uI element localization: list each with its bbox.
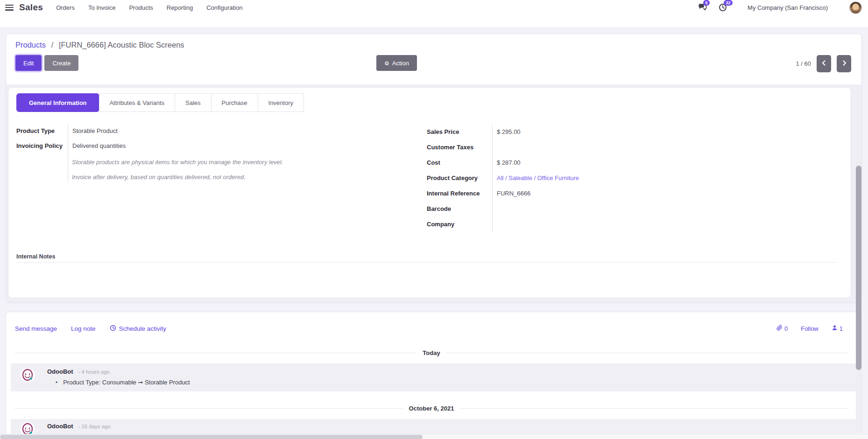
- tab-attributes-variants[interactable]: Attributes & Variants: [99, 93, 176, 112]
- field-company: Company: [427, 216, 651, 232]
- field-internal-reference: Internal Reference FURN_6666: [427, 186, 651, 201]
- internal-notes-label: Internal Notes: [16, 253, 836, 260]
- pager-next-button[interactable]: [837, 55, 851, 72]
- odoo-app: Sales Orders To Invoice Products Reporti…: [0, 0, 868, 439]
- chevron-left-icon: [821, 60, 827, 68]
- field-label: Barcode: [427, 205, 492, 212]
- user-avatar[interactable]: [849, 1, 862, 14]
- field-value[interactable]: $ 295.00: [492, 128, 521, 135]
- company-switcher[interactable]: My Company (San Francisco): [748, 4, 828, 11]
- field-label: Internal Reference: [427, 190, 492, 197]
- internal-notes-rule: [16, 262, 836, 263]
- field-value[interactable]: Storable Product: [68, 127, 118, 134]
- field-label: Customer Taxes: [427, 144, 492, 151]
- left-field-group: Product Type Storable Product Invoicing …: [16, 123, 343, 188]
- field-label: Cost: [427, 159, 492, 166]
- date-divider-label: Today: [423, 349, 440, 356]
- form-sheet: General Information Attributes & Variant…: [8, 87, 851, 298]
- attachments-button[interactable]: 0: [776, 325, 788, 332]
- message-timestamp: - 4 hours ago: [78, 369, 110, 375]
- menu-item-orders[interactable]: Orders: [56, 4, 75, 11]
- odoobot-avatar: [20, 368, 35, 383]
- tab-inventory[interactable]: Inventory: [258, 93, 304, 112]
- pager-count: 1 / 60: [796, 60, 811, 67]
- field-separator-line: [68, 124, 68, 183]
- menu-item-reporting[interactable]: Reporting: [167, 4, 193, 11]
- create-button[interactable]: Create: [44, 55, 78, 71]
- chatter: Send message Log note Schedule activity …: [6, 312, 862, 439]
- send-message-button[interactable]: Send message: [15, 325, 57, 332]
- menu-item-to-invoice[interactable]: To Invoice: [88, 4, 116, 11]
- vertical-scrollbar-thumb[interactable]: [856, 166, 861, 370]
- follow-button[interactable]: Follow: [801, 325, 819, 332]
- field-product-category: Product Category All / Saleable / Office…: [427, 170, 651, 186]
- message-header: OdooBot - 16 days ago: [47, 423, 111, 430]
- breadcrumb-current-record: [FURN_6666] Acoustic Bloc Screens: [59, 41, 184, 49]
- action-button[interactable]: Action: [376, 55, 417, 71]
- field-label: Invoicing Policy: [16, 142, 68, 149]
- field-value[interactable]: FURN_6666: [492, 190, 530, 197]
- field-sales-price: Sales Price $ 295.00: [427, 124, 651, 139]
- field-product-type: Product Type Storable Product: [16, 123, 343, 138]
- form-area: General Information Attributes & Variant…: [6, 84, 861, 302]
- product-category-link[interactable]: All / Saleable / Office Furniture: [492, 174, 579, 181]
- field-label: Product Category: [427, 174, 492, 181]
- vertical-scrollbar[interactable]: [856, 85, 861, 434]
- date-divider-today: Today: [14, 349, 848, 356]
- menu-item-configuration[interactable]: Configuration: [206, 4, 242, 11]
- field-help-notes: Storable products are physical items for…: [72, 159, 343, 181]
- schedule-activity-button[interactable]: Schedule activity: [110, 325, 166, 333]
- invoicing-help-note: Invoice after delivery, based on quantit…: [72, 174, 343, 181]
- field-label: Product Type: [16, 127, 68, 134]
- breadcrumb-separator: /: [51, 41, 54, 49]
- navbar-row: Sales Orders To Invoice Products Reporti…: [0, 0, 868, 15]
- message-header: OdooBot - 4 hours ago: [47, 368, 110, 375]
- bullet-icon: [56, 379, 63, 386]
- followers-button[interactable]: 1: [832, 325, 843, 332]
- chatter-meta: 0 Follow 1: [776, 325, 843, 332]
- breadcrumb: Products / [FURN_6666] Acoustic Bloc Scr…: [15, 41, 184, 49]
- horizontal-scrollbar[interactable]: [0, 434, 868, 439]
- date-divider-october: October 6, 2021: [14, 405, 848, 412]
- tab-purchase[interactable]: Purchase: [211, 93, 258, 112]
- right-field-group: Sales Price $ 295.00 Customer Taxes Cost…: [427, 124, 651, 232]
- menu-item-products[interactable]: Products: [129, 4, 153, 11]
- horizontal-scrollbar-thumb[interactable]: [0, 435, 423, 439]
- pager-previous-button[interactable]: [817, 55, 831, 72]
- tab-general-information[interactable]: General Information: [16, 93, 99, 112]
- log-note-button[interactable]: Log note: [71, 325, 96, 332]
- activities-icon[interactable]: 32: [719, 3, 729, 12]
- chatter-toolbar: Send message Log note Schedule activity …: [15, 323, 843, 334]
- app-title[interactable]: Sales: [19, 2, 43, 13]
- message-body: Product Type: Consumable ➞ Storable Prod…: [56, 379, 190, 386]
- field-value[interactable]: $ 287.00: [492, 159, 521, 166]
- person-icon: [832, 325, 838, 332]
- followers-count: 1: [840, 325, 843, 332]
- apps-menu-icon[interactable]: [5, 5, 14, 11]
- schedule-activity-label: Schedule activity: [119, 325, 166, 332]
- field-label: Sales Price: [427, 128, 492, 135]
- tab-sales[interactable]: Sales: [175, 93, 212, 112]
- attachments-count: 0: [784, 325, 788, 332]
- control-panel-buttons: Edit Create: [15, 55, 78, 71]
- chevron-right-icon: [841, 60, 847, 68]
- field-cost: Cost $ 287.00: [427, 155, 651, 170]
- field-barcode: Barcode: [427, 201, 651, 216]
- edit-button[interactable]: Edit: [15, 55, 42, 71]
- form-view-panel: Products / [FURN_6666] Acoustic Bloc Scr…: [6, 34, 862, 302]
- breadcrumb-products-link[interactable]: Products: [15, 41, 46, 49]
- messages-icon[interactable]: 5: [698, 3, 708, 12]
- field-invoicing-policy: Invoicing Policy Delivered quantities: [16, 138, 343, 153]
- activities-count-badge: 32: [724, 0, 733, 6]
- message-author[interactable]: OdooBot: [47, 368, 73, 375]
- main-menu: Orders To Invoice Products Reporting Con…: [56, 4, 242, 11]
- message-author[interactable]: OdooBot: [47, 423, 73, 430]
- top-navbar: Sales Orders To Invoice Products Reporti…: [0, 0, 868, 27]
- systray: 5 32 My Company (San Francisco): [698, 1, 868, 14]
- field-label: Company: [427, 221, 492, 228]
- chatter-message-today[interactable]: OdooBot - 4 hours ago Product Type: Cons…: [11, 363, 856, 391]
- field-customer-taxes: Customer Taxes: [427, 139, 651, 155]
- paperclip-icon: [776, 325, 783, 332]
- field-value[interactable]: Delivered quantities: [68, 142, 126, 149]
- message-timestamp: - 16 days ago: [78, 424, 111, 429]
